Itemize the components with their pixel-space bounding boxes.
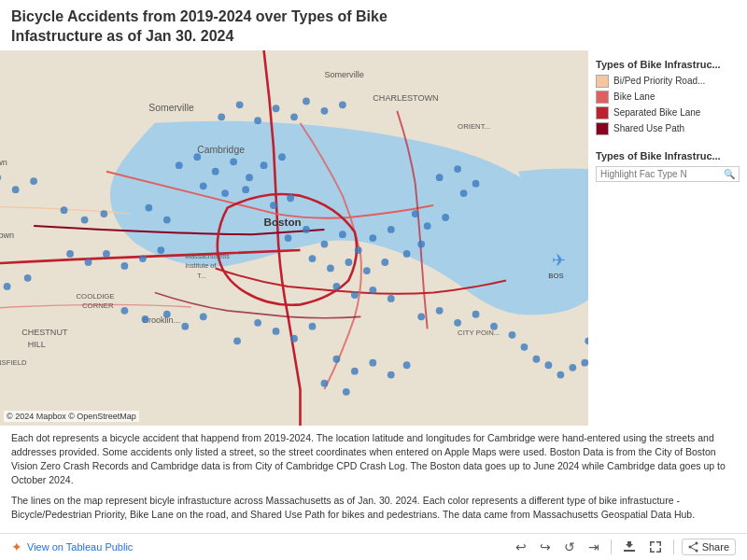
legend-item-3: Shared Use Path xyxy=(596,122,740,135)
svg-text:COOLDIGE: COOLDIGE xyxy=(77,291,115,300)
svg-point-72 xyxy=(509,331,516,339)
svg-text:Somerville: Somerville xyxy=(148,102,194,112)
main-area: Somerville Cambridge Watertown /atertown… xyxy=(0,50,747,426)
svg-point-55 xyxy=(363,267,371,274)
svg-point-111 xyxy=(270,202,277,209)
svg-point-83 xyxy=(103,250,110,258)
legend-label-2: Separated Bike Lane xyxy=(613,107,700,118)
legend-item-2: Separated Bike Lane xyxy=(596,106,740,119)
svg-point-27 xyxy=(176,161,183,169)
fullscreen-button[interactable] xyxy=(645,539,666,555)
svg-point-28 xyxy=(193,153,201,161)
svg-point-74 xyxy=(533,355,541,362)
svg-line-134 xyxy=(690,543,697,547)
map-container[interactable]: Somerville Cambridge Watertown /atertown… xyxy=(0,50,588,426)
svg-text:Watertown: Watertown xyxy=(0,158,7,167)
svg-point-67 xyxy=(417,313,425,320)
svg-point-42 xyxy=(303,97,310,105)
svg-point-30 xyxy=(230,158,237,165)
svg-point-69 xyxy=(454,319,461,327)
svg-point-119 xyxy=(4,283,11,290)
map-credit: © 2024 Mapbox © OpenStreetMap xyxy=(4,411,139,422)
legend-swatch-1 xyxy=(596,91,609,104)
svg-text:T...: T... xyxy=(197,272,206,279)
svg-point-92 xyxy=(273,328,280,335)
svg-text:Massachusetts: Massachusetts xyxy=(185,253,230,260)
svg-rect-128 xyxy=(650,548,652,553)
tableau-logo: ✦ xyxy=(11,539,22,554)
divider-1 xyxy=(611,539,612,554)
filter-title: Types of Bike Infrastruc... xyxy=(596,149,740,162)
forward-button[interactable]: ⇥ xyxy=(585,538,603,556)
svg-text:CONSFIELD: CONSFIELD xyxy=(0,358,27,367)
svg-point-112 xyxy=(287,194,294,202)
svg-point-64 xyxy=(454,165,461,173)
undo-button[interactable]: ↩ xyxy=(512,538,530,556)
svg-rect-130 xyxy=(659,548,661,553)
svg-point-52 xyxy=(309,255,317,262)
description-para2: The lines on the map represent bicyle in… xyxy=(11,494,736,522)
svg-point-38 xyxy=(236,101,244,108)
tableau-public-link[interactable]: View on Tableau Public xyxy=(27,541,133,553)
svg-point-66 xyxy=(460,189,468,197)
fullscreen-icon xyxy=(649,540,662,553)
revert-button[interactable]: ↺ xyxy=(560,538,579,556)
svg-point-58 xyxy=(417,240,425,247)
redo-button[interactable]: ↪ xyxy=(536,538,555,556)
svg-point-114 xyxy=(163,216,171,223)
svg-point-73 xyxy=(521,343,529,350)
svg-marker-122 xyxy=(626,541,633,548)
download-button[interactable] xyxy=(619,539,640,555)
svg-text:Somerville: Somerville xyxy=(324,69,363,78)
svg-point-47 xyxy=(321,240,329,247)
svg-text:Institute of: Institute of xyxy=(185,262,216,270)
svg-text:Boston: Boston xyxy=(264,216,302,228)
svg-point-84 xyxy=(121,262,129,270)
svg-point-104 xyxy=(388,371,395,378)
footer-left: ✦ View on Tableau Public xyxy=(11,539,133,554)
svg-point-86 xyxy=(157,246,164,254)
map-svg: Somerville Cambridge Watertown /atertown… xyxy=(0,50,588,426)
svg-point-97 xyxy=(142,315,149,323)
title-line1: Bicycle Accidents from 2019-2024 over Ty… xyxy=(11,8,388,24)
svg-point-43 xyxy=(321,107,329,115)
svg-point-117 xyxy=(442,214,449,221)
svg-point-34 xyxy=(200,182,207,189)
svg-point-94 xyxy=(309,322,317,329)
svg-point-103 xyxy=(369,358,376,366)
legend-swatch-3 xyxy=(596,122,609,135)
svg-point-93 xyxy=(290,334,298,342)
svg-point-53 xyxy=(327,264,334,272)
svg-point-115 xyxy=(412,210,419,217)
svg-point-98 xyxy=(163,310,171,317)
svg-point-60 xyxy=(351,291,359,299)
svg-point-89 xyxy=(12,186,20,193)
share-button[interactable]: Share xyxy=(682,539,736,555)
legend-label-0: Bi/Ped Priority Road... xyxy=(613,76,705,86)
svg-point-40 xyxy=(273,105,280,112)
filter-input-wrap[interactable]: 🔍 xyxy=(596,166,740,182)
svg-point-85 xyxy=(139,255,147,262)
legend-title: Types of Bike Infrastruc... xyxy=(596,58,740,71)
svg-point-65 xyxy=(472,179,480,187)
svg-rect-126 xyxy=(659,541,661,546)
legend-section: Types of Bike Infrastruc... Bi/Ped Prior… xyxy=(596,58,740,138)
search-icon: 🔍 xyxy=(724,169,735,179)
download-icon xyxy=(623,540,636,553)
svg-point-100 xyxy=(200,313,207,320)
svg-text:BOS: BOS xyxy=(548,271,563,279)
highlight-fac-type-input[interactable] xyxy=(600,169,722,179)
svg-point-71 xyxy=(490,322,498,329)
share-icon xyxy=(688,541,699,553)
svg-text:HILL: HILL xyxy=(28,339,46,348)
legend-label-3: Shared Use Path xyxy=(613,123,684,133)
app: Bicycle Accidents from 2019-2024 over Ty… xyxy=(0,0,747,560)
svg-point-99 xyxy=(181,322,189,329)
svg-point-116 xyxy=(424,222,431,230)
svg-point-95 xyxy=(233,337,241,344)
footer-controls: ↩ ↪ ↺ ⇥ xyxy=(512,538,736,556)
svg-point-32 xyxy=(261,161,268,169)
svg-point-91 xyxy=(254,319,261,327)
svg-point-44 xyxy=(339,101,346,108)
svg-point-36 xyxy=(242,186,249,193)
